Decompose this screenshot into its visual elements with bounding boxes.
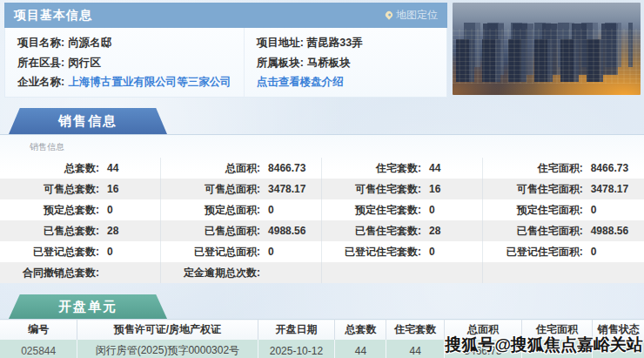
info-field-right-2: 点击查看楼盘介绍	[257, 73, 434, 91]
intro-link[interactable]: 点击查看楼盘介绍	[257, 76, 344, 88]
sales-info-sublabel: 销售信息	[0, 135, 644, 158]
sales-value: 44	[429, 162, 440, 174]
field-label: 企业名称:	[17, 76, 64, 88]
sales-label: 已售住宅套数:	[322, 224, 421, 239]
sales-label: 总套数:	[0, 161, 99, 176]
sales-row: 总套数:44总面积:8466.73住宅套数:44住宅面积:8466.73	[0, 158, 644, 179]
sales-label: 可售住宅面积:	[483, 182, 583, 197]
sales-cell: 已登记总面积:0	[161, 241, 322, 262]
city-buildings-front	[456, 39, 603, 82]
field-value: 马桥板块	[307, 57, 351, 69]
sales-cell: 预定总面积:0	[161, 199, 322, 220]
sales-value: 0	[107, 246, 113, 258]
sales-row: 已售总套数:28已售总面积:4988.56已售住宅套数:28已售住宅面积:498…	[0, 220, 644, 241]
sales-cell: 可售总套数:16	[0, 179, 161, 199]
page-title: 项目基本信息	[14, 8, 92, 24]
sales-label: 总面积:	[161, 161, 260, 176]
sales-cell: 已登记住宅套数:0	[322, 241, 483, 262]
field-value: 闵行区	[68, 57, 101, 69]
info-field-left-0: 项目名称:尚源名邸	[17, 34, 231, 51]
sales-cell: 预定总套数:0	[0, 199, 161, 220]
sales-label: 住宅套数:	[322, 161, 421, 176]
opening-unit-cell-2: 2025-10-12	[258, 340, 335, 358]
sales-value: 0	[591, 204, 597, 216]
sales-cell: 住宅套数:44	[322, 158, 483, 179]
sales-cell: 预定住宅套数:0	[322, 199, 483, 220]
sales-value: 0	[268, 246, 274, 258]
opening-unit-cell-0: 025844	[0, 340, 77, 358]
sales-value: 0	[429, 246, 435, 258]
map-locate-link[interactable]: 地图定位	[386, 8, 438, 23]
project-info-block: 项目基本信息 地图定位 项目名称:尚源名邸所在区县:闵行区企业名称:上海博古置业…	[4, 3, 447, 98]
sales-value: 16	[429, 183, 440, 195]
col-header-0: 编号	[0, 320, 77, 340]
sales-cell: 已登记住宅面积:0	[483, 241, 644, 262]
sales-value: 4988.56	[591, 225, 628, 237]
sales-cell: 已售住宅套数:28	[322, 220, 483, 241]
sales-label: 已登记住宅面积:	[483, 245, 583, 260]
sales-label: 已登记总面积:	[161, 245, 260, 260]
col-header-4: 住宅套数	[386, 320, 445, 340]
tab-sales-info-label: 销售信息	[58, 113, 117, 130]
sales-info-panel: 销售信息 总套数:44总面积:8466.73住宅套数:44住宅面积:8466.7…	[0, 134, 644, 283]
sales-label: 预定总面积:	[161, 203, 260, 218]
field-label: 项目名称:	[17, 37, 64, 49]
sales-cell: 合同撤销总套数:	[0, 262, 161, 283]
sales-value: 44	[107, 162, 118, 174]
sales-label: 已售总套数:	[0, 224, 99, 239]
field-value: 尚源名邸	[68, 37, 111, 49]
sales-row: 合同撤销总套数:定金逾期总次数:	[0, 262, 644, 283]
sales-label: 可售总套数:	[0, 182, 99, 197]
sohu-watermark: 搜狐号@搜狐焦点嘉峪关站	[445, 334, 643, 356]
col-header-2: 开盘日期	[258, 320, 335, 340]
info-field-right-1: 所属板块:马桥板块	[257, 54, 434, 71]
project-photo	[453, 3, 641, 95]
sales-label: 已登记住宅套数:	[322, 245, 421, 260]
sales-row: 预定总套数:0预定总面积:0预定住宅套数:0预定住宅面积:0	[0, 199, 644, 220]
opening-unit-cell-3: 44	[335, 340, 386, 358]
sales-label: 预定住宅套数:	[322, 203, 421, 218]
sales-cell	[322, 262, 483, 283]
sales-cell: 已售住宅面积:4988.56	[483, 220, 644, 241]
sales-label: 预定住宅面积:	[483, 203, 583, 218]
sales-cell: 已登记总套数:0	[0, 241, 161, 262]
sales-cell	[483, 262, 644, 283]
opening-unit-cell-1: 闵行房管(2025)预字0000302号	[77, 340, 258, 358]
sales-label: 预定总套数:	[0, 203, 99, 218]
sales-label: 可售总面积:	[161, 182, 260, 197]
sales-value: 28	[107, 225, 118, 237]
sales-value: 0	[107, 204, 113, 216]
sales-info-grid: 总套数:44总面积:8466.73住宅套数:44住宅面积:8466.73可售总套…	[0, 158, 644, 283]
sales-cell: 总面积:8466.73	[161, 158, 322, 179]
sales-label: 住宅面积:	[483, 161, 583, 176]
field-label: 所属板块:	[257, 57, 304, 69]
sales-cell: 可售总面积:3478.17	[161, 179, 322, 199]
sales-label: 已售总面积:	[161, 224, 260, 239]
tab-sales-info: 销售信息	[9, 108, 167, 134]
sales-cell: 已售总套数:28	[0, 220, 161, 241]
sales-value: 0	[268, 204, 274, 216]
sales-value: 3478.17	[268, 183, 305, 195]
sales-label: 已登记总套数:	[0, 245, 99, 260]
project-info-header: 项目基本信息 地图定位	[4, 3, 447, 28]
field-value[interactable]: 上海博古置业有限公司等三家公司	[68, 76, 231, 88]
sales-value: 0	[591, 246, 597, 258]
info-field-left-1: 所在区县:闵行区	[17, 54, 231, 71]
sales-value: 8466.73	[591, 162, 628, 174]
project-info-right-column: 项目地址:茜昆路33弄所属板块:马桥板块点击查看楼盘介绍	[245, 28, 446, 97]
sales-label: 可售住宅套数:	[322, 182, 421, 197]
opening-unit-cell-4: 44	[386, 340, 445, 358]
sales-value: 3478.17	[591, 183, 628, 195]
sales-value: 8466.73	[268, 162, 305, 174]
sales-value: 28	[429, 225, 440, 237]
tab-opening-units: 开盘单元	[9, 294, 167, 319]
sales-cell: 住宅面积:8466.73	[483, 158, 644, 179]
project-info-left-column: 项目名称:尚源名邸所在区县:闵行区企业名称:上海博古置业有限公司等三家公司	[5, 28, 245, 97]
field-label: 项目地址:	[257, 37, 304, 49]
field-label: 所在区县:	[17, 57, 64, 69]
tab-opening-units-label: 开盘单元	[58, 299, 117, 315]
sales-label: 定金逾期总次数:	[161, 266, 260, 280]
info-field-right-0: 项目地址:茜昆路33弄	[257, 34, 434, 51]
sales-cell: 可售住宅套数:16	[322, 179, 483, 199]
sales-value: 4988.56	[268, 225, 305, 237]
